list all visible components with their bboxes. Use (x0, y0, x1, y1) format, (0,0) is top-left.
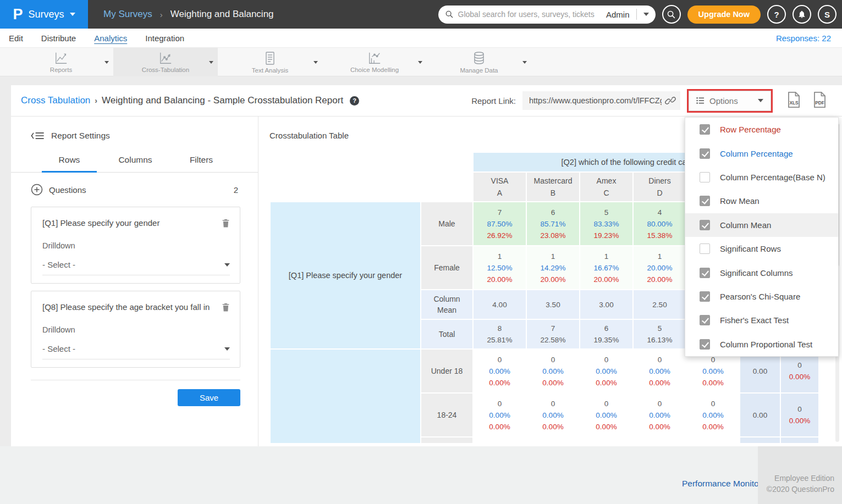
nav-edit[interactable]: Edit (9, 34, 23, 43)
tab-rows[interactable]: Rows (36, 155, 102, 172)
checkbox[interactable] (700, 172, 710, 182)
checkbox[interactable] (700, 124, 710, 135)
menu-item[interactable]: Column Percentage (685, 141, 838, 165)
notifications-button[interactable] (793, 5, 811, 24)
data-cell: 480.00%15.38% (634, 202, 686, 245)
report-settings-title: Report Settings (51, 131, 110, 141)
chevron-down-icon[interactable] (643, 13, 649, 16)
checkbox[interactable] (700, 268, 710, 278)
add-question-icon[interactable] (31, 184, 43, 196)
data-cell: 3.00 (580, 290, 632, 319)
search-button[interactable] (662, 5, 681, 24)
toolbar-item-cross-tabulation[interactable]: Cross-Tabulation (113, 48, 218, 76)
chevron-down-icon (70, 13, 75, 16)
menu-item[interactable]: Column Percentage(Base N) (685, 165, 838, 189)
options-button[interactable]: Options (689, 91, 771, 111)
checkbox[interactable] (700, 339, 710, 350)
report-link-field[interactable]: https://www.questionpro.com/t/lFFCZg (522, 91, 680, 110)
page-footer: Performance Monitor Employee Edition ©20… (0, 446, 842, 504)
data-cell: 00.00%0.00% (474, 394, 526, 436)
chevron-down-icon[interactable] (522, 61, 527, 64)
drilldown-select[interactable]: - Select - (42, 260, 230, 275)
drilldown-select[interactable]: - Select - (42, 344, 230, 359)
product-switcher[interactable]: P Surveys (0, 0, 88, 29)
account-avatar[interactable]: S (818, 5, 837, 24)
checkbox[interactable] (700, 148, 710, 159)
menu-item[interactable]: Pearson's Chi-Square (685, 285, 838, 308)
select-value: - Select - (42, 344, 224, 353)
report-link-url[interactable]: https://www.questionpro.com/t/lFFCZg (529, 96, 662, 105)
menu-item[interactable]: Significant Rows (685, 237, 838, 261)
help-button[interactable]: ? (767, 5, 786, 24)
choice-chart-icon (367, 52, 382, 65)
chevron-down-icon[interactable] (313, 61, 318, 64)
question-card-q1: [Q1] Please specify your gender Drilldow… (31, 207, 240, 284)
row-label: Column Mean (421, 290, 472, 319)
drilldown-label: Drilldown (42, 241, 230, 250)
chevron-down-icon (758, 99, 763, 102)
crosstab-title: Crosstabulation Table (269, 131, 349, 140)
delete-icon[interactable] (222, 218, 230, 228)
breadcrumb-my-surveys[interactable]: My Surveys (103, 9, 152, 20)
help-icon[interactable]: ? (350, 96, 359, 106)
report-settings-toggle[interactable]: Report Settings (31, 131, 258, 141)
cross-tabulation-link[interactable]: Cross Tabulation (21, 95, 90, 106)
data-cell: 516.13% (634, 320, 686, 348)
report-header: Cross Tabulation › Weighting and Balanci… (11, 85, 842, 117)
nav-analytics[interactable]: Analytics (94, 34, 127, 43)
question-label: [Q1] Please specify your gender (42, 218, 222, 228)
chevron-down-icon[interactable] (209, 61, 213, 64)
export-pdf-button[interactable]: PDF (812, 91, 828, 110)
table-cell (474, 437, 526, 443)
menu-item-label: Row Percentage (720, 125, 781, 134)
avatar-initial: S (824, 10, 830, 19)
column-header: AmexC (580, 173, 632, 201)
menu-item[interactable]: Significant Columns (685, 261, 838, 284)
breadcrumb-separator: › (160, 10, 163, 19)
menu-item[interactable]: Fisher's Exact Test (685, 308, 838, 332)
breadcrumb-separator: › (95, 96, 97, 105)
questions-label: Questions (49, 185, 86, 195)
data-cell: 00.00%0.00% (527, 394, 579, 436)
menu-item[interactable]: Row Mean (685, 189, 838, 213)
menu-item[interactable]: Column Proportional Test (685, 333, 838, 356)
row-label: Male (421, 202, 472, 245)
checkbox[interactable] (700, 315, 710, 325)
menu-item[interactable]: Column Mean (685, 213, 838, 237)
upgrade-now-button[interactable]: Upgrade Now (687, 5, 761, 24)
chevron-down-icon[interactable] (104, 61, 109, 64)
export-xls-button[interactable]: XLS (786, 91, 802, 110)
question-label: [Q8] Please specify the age bracket you … (42, 302, 222, 312)
toolbar-item-choice-modelling[interactable]: Choice Modelling (322, 48, 427, 76)
menu-item-label: Significant Columns (720, 268, 793, 278)
chevron-down-icon[interactable] (418, 61, 422, 64)
tab-filters[interactable]: Filters (168, 155, 234, 172)
menu-item-label: Significant Rows (720, 244, 781, 253)
column-header: DinersD (634, 173, 686, 201)
nav-integration[interactable]: Integration (145, 34, 184, 43)
delete-icon[interactable] (222, 302, 230, 312)
nav-distribute[interactable]: Distribute (41, 34, 76, 43)
search-input[interactable] (458, 10, 602, 19)
toolbar-item-reports[interactable]: Reports (9, 48, 113, 76)
toolbar-item-text-analysis[interactable]: Text Analysis (218, 48, 322, 76)
search-scope[interactable]: Admin (606, 10, 630, 19)
checkbox[interactable] (700, 196, 710, 206)
checkbox[interactable] (700, 243, 710, 254)
toolbar-item-manage-data[interactable]: Manage Data (427, 48, 531, 76)
global-search[interactable]: Admin (438, 5, 656, 24)
menu-item[interactable]: Row Percentage (685, 118, 838, 141)
pdf-icon: PDF (815, 100, 824, 106)
checkbox[interactable] (700, 220, 710, 230)
options-label: Options (709, 96, 738, 106)
report-title: Weighting and Balancing - Sample Crossta… (102, 95, 343, 106)
checkbox[interactable] (700, 291, 710, 302)
data-cell: 00.00%0.00% (527, 350, 579, 392)
performance-monitor-link[interactable]: Performance Monitor (682, 479, 762, 489)
menu-item-label: Column Proportional Test (720, 340, 812, 349)
save-button[interactable]: Save (178, 389, 240, 406)
analytics-toolbar: Reports Cross-Tabulation Text Analysis C… (0, 48, 842, 76)
link-icon[interactable] (665, 95, 676, 106)
data-cell: 583.33%19.23% (580, 202, 632, 245)
tab-columns[interactable]: Columns (102, 155, 168, 172)
